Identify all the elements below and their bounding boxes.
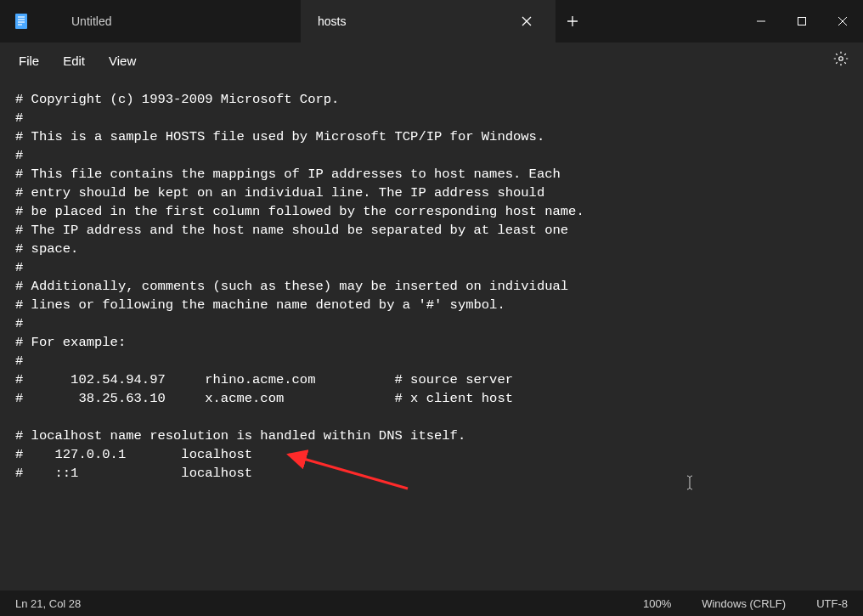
close-tab-icon[interactable] <box>515 9 539 33</box>
close-window-button[interactable] <box>822 0 863 42</box>
titlebar: Untitled hosts <box>0 0 863 42</box>
status-line-ending[interactable]: Windows (CRLF) <box>686 591 801 616</box>
svg-rect-0 <box>15 14 27 29</box>
tab-label: Untitled <box>71 14 284 28</box>
gear-icon <box>833 51 849 70</box>
minimize-button[interactable] <box>741 0 781 42</box>
text-editor[interactable]: # Copyright (c) 1993-2009 Microsoft Corp… <box>0 78 863 591</box>
menu-file[interactable]: File <box>7 48 51 73</box>
notepad-app-icon <box>14 13 31 30</box>
menubar: File Edit View <box>0 42 863 78</box>
status-zoom[interactable]: 100% <box>628 591 686 616</box>
status-encoding[interactable]: UTF-8 <box>801 591 863 616</box>
statusbar: Ln 21, Col 28 100% Windows (CRLF) UTF-8 <box>0 591 863 616</box>
menu-edit[interactable]: Edit <box>51 48 97 73</box>
titlebar-left <box>0 0 54 42</box>
svg-point-7 <box>839 57 843 61</box>
svg-rect-6 <box>798 18 806 25</box>
window-controls <box>741 0 863 42</box>
status-cursor-position[interactable]: Ln 21, Col 28 <box>0 591 96 616</box>
tab-untitled[interactable]: Untitled <box>54 0 301 42</box>
tab-label: hosts <box>318 14 501 28</box>
settings-button[interactable] <box>826 45 856 76</box>
tab-hosts[interactable]: hosts <box>301 0 556 42</box>
menu-view[interactable]: View <box>97 48 148 73</box>
new-tab-button[interactable] <box>556 0 589 42</box>
maximize-button[interactable] <box>781 0 822 42</box>
